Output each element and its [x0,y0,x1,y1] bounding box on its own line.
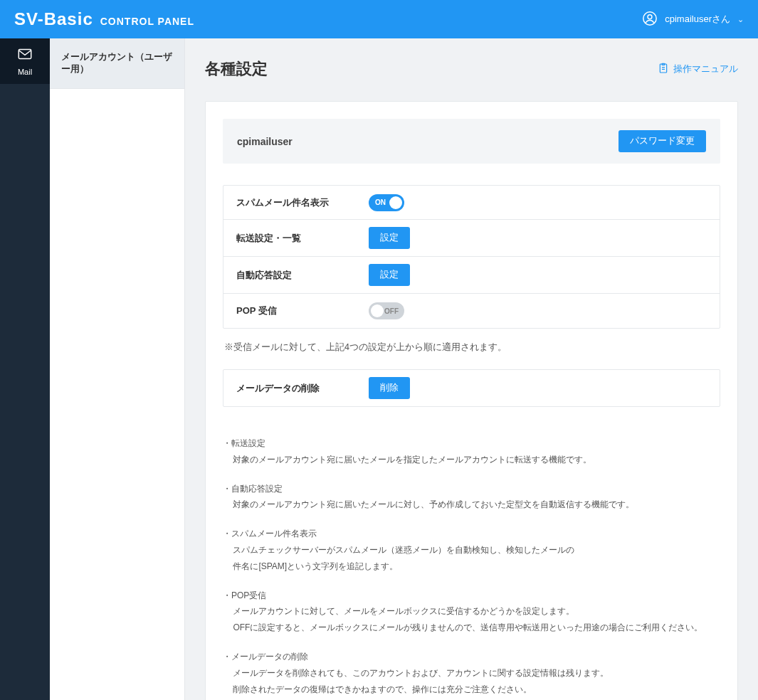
help-autoreply: 自動応答設定 対象のメールアカウント宛に届いたメールに対し、予め作成しておいた定… [223,481,720,514]
manual-icon [658,62,669,77]
manual-link-label: 操作マニュアル [673,63,738,75]
row-label: 自動応答設定 [223,259,366,292]
toggle-text: ON [375,198,386,206]
forwarding-settings-button[interactable]: 設定 [369,227,410,249]
help-block: 転送設定 対象のメールアカウント宛に届いたメールを指定したメールアカウントに転送… [223,435,720,697]
help-line: 削除されたデータの復帰はできかねますので、操作には充分ご注意ください。 [233,682,720,698]
sidebar-item-label: Mail [18,68,32,76]
row-forwarding: 転送設定・一覧 設定 [223,220,720,257]
help-title: スパムメール件名表示 [223,526,720,542]
row-label: POP 受信 [223,295,366,327]
sidebar: Mail Support [0,38,50,700]
row-pop-receive: POP 受信 OFF [223,294,720,328]
settings-panel: cpimailuser パスワード変更 スパムメール件名表示 ON 転送設定・一… [205,101,738,700]
help-line: メールデータを削除されても、このアカウントおよび、アカウントに関する設定情報は残… [233,665,720,682]
toggle-text: OFF [384,307,399,315]
row-autoreply: 自動応答設定 設定 [223,257,720,294]
help-line: メールアカウントに対して、メールをメールボックスに受信するかどうかを設定します。 [233,603,720,620]
pop-toggle[interactable]: OFF [369,302,404,319]
subnav-item-mail-accounts[interactable]: メールアカウント（ユーザー用） [50,38,184,89]
sidebar-item-mail[interactable]: Mail [0,38,50,84]
user-icon [642,11,658,28]
top-bar: SV-Basic CONTROL PANEL cpimailuserさん ⌄ [0,0,758,38]
help-pop: POP受信 メールアカウントに対して、メールをメールボックスに受信するかどうかを… [223,588,720,636]
row-label: 転送設定・一覧 [223,222,366,255]
help-line: 対象のメールアカウント宛に届いたメールを指定したメールアカウントに転送する機能で… [233,452,720,468]
settings-note: ※受信メールに対して、上記4つの設定が上から順に適用されます。 [224,341,719,354]
sub-nav: メールアカウント（ユーザー用） [50,38,185,700]
chevron-down-icon: ⌄ [737,15,744,24]
delete-table: メールデータの削除 削除 [223,369,720,407]
help-title: 転送設定 [223,435,720,452]
toggle-knob [389,196,402,209]
help-delete: メールデータの削除 メールデータを削除されても、このアカウントおよび、アカウント… [223,649,720,697]
help-title: 自動応答設定 [223,481,720,497]
row-label: メールデータの削除 [223,372,366,405]
manual-link[interactable]: 操作マニュアル [658,62,738,77]
user-label: cpimailuserさん [665,13,730,26]
account-username: cpimailuser [237,136,293,147]
help-line: スパムチェックサーバーがスパムメール（迷惑メール）を自動検知し、検知したメールの [233,542,720,558]
row-spam-subject: スパムメール件名表示 ON [223,186,720,220]
help-title: POP受信 [223,588,720,604]
brand: SV-Basic CONTROL PANEL [14,9,194,29]
help-line: OFFに設定すると、メールボックスにメールが残りませんので、送信専用や転送用とい… [233,620,720,636]
row-label: スパムメール件名表示 [223,186,366,219]
autoreply-settings-button[interactable]: 設定 [369,264,410,286]
user-menu[interactable]: cpimailuserさん ⌄ [642,11,744,28]
change-password-button[interactable]: パスワード変更 [618,130,706,152]
user-header: cpimailuser パスワード変更 [223,119,720,164]
page-title: 各種設定 [205,58,268,80]
svg-rect-2 [19,50,31,59]
help-line: 対象のメールアカウント宛に届いたメールに対し、予め作成しておいた定型文を自動返信… [233,497,720,513]
spam-toggle[interactable]: ON [369,194,404,211]
main-content: 各種設定 操作マニュアル cpimailuser パスワード変更 [185,38,758,700]
mail-icon [16,46,34,63]
svg-point-1 [648,14,652,18]
help-title: メールデータの削除 [223,649,720,665]
brand-sub: CONTROL PANEL [100,16,194,27]
help-spam: スパムメール件名表示 スパムチェックサーバーがスパムメール（迷惑メール）を自動検… [223,526,720,574]
settings-table: スパムメール件名表示 ON 転送設定・一覧 設定 自動応答設定 [223,185,720,329]
brand-main: SV-Basic [14,9,93,29]
help-forwarding: 転送設定 対象のメールアカウント宛に届いたメールを指定したメールアカウントに転送… [223,435,720,468]
delete-mail-data-button[interactable]: 削除 [369,377,410,399]
row-delete-mail-data: メールデータの削除 削除 [223,370,720,406]
toggle-knob [371,304,384,317]
help-line: 件名に[SPAM]という文字列を追記します。 [233,558,720,575]
